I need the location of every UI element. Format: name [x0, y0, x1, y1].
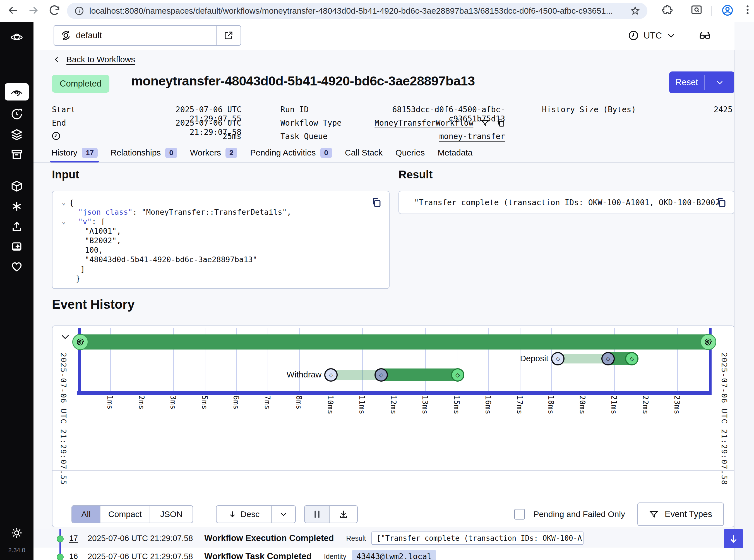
activity-completed-marker[interactable]: ◇	[451, 368, 464, 382]
address-bar[interactable]: localhost:8080/namespaces/default/workfl…	[67, 3, 647, 19]
app-topbar: default UTC	[34, 22, 734, 50]
sort-desc-button[interactable]: Desc	[217, 506, 271, 523]
json-key: "json_class"	[78, 208, 133, 216]
tab-queries[interactable]: Queries	[395, 145, 425, 161]
task-queue-value[interactable]: money-transfer	[338, 132, 505, 141]
activity-started-marker[interactable]: ◇	[374, 368, 388, 382]
event-row[interactable]: 162025-07-06 UTC 21:29:07.58Workflow Tas…	[34, 547, 734, 560]
extensions-icon[interactable]	[662, 4, 674, 16]
browser-back-icon[interactable]	[7, 4, 20, 17]
pending-failed-label: Pending and Failed Only	[533, 509, 625, 519]
scroll-to-bottom-button[interactable]	[724, 529, 743, 548]
tab-workers[interactable]: Workers2	[190, 145, 238, 161]
tab-label: Workers	[190, 148, 221, 157]
activity-scheduled-marker[interactable]: ◇	[551, 352, 565, 365]
result-copy-icon[interactable]	[716, 197, 727, 208]
input-copy-icon[interactable]	[371, 197, 382, 208]
result-heading: Result	[399, 168, 432, 181]
event-types-button[interactable]: Event Types	[637, 502, 724, 526]
back-to-workflows-link[interactable]: Back to Workflows	[53, 55, 135, 64]
event-id-link[interactable]: 16	[69, 552, 88, 560]
end-label: End	[52, 118, 66, 127]
pause-icon	[313, 510, 321, 518]
nav-workflows-active[interactable]	[5, 83, 29, 100]
download-icon	[339, 509, 348, 519]
side-panel-search-icon[interactable]	[690, 4, 702, 16]
activity-running-bar	[381, 368, 457, 381]
event-detail-value: 43443@twm2.local	[352, 550, 436, 560]
input-heading: Input	[52, 168, 79, 181]
workflow-type-filter-icon[interactable]	[481, 119, 489, 127]
pause-button[interactable]	[305, 506, 329, 523]
tabs-divider	[34, 162, 734, 163]
nav-docs-icon[interactable]	[10, 240, 23, 253]
json-rest: "A1001",	[85, 227, 121, 235]
scrollbar-gutter[interactable]	[734, 50, 754, 560]
nav-batch-operations-icon[interactable]	[10, 148, 23, 161]
event-row[interactable]: 172025-07-06 UTC 21:29:07.58Workflow Exe…	[34, 529, 734, 547]
browser-forward-icon[interactable]	[27, 4, 40, 17]
workflow-end-marker[interactable]	[700, 334, 716, 350]
activity-completed-marker[interactable]: ◇	[625, 352, 638, 365]
site-info-icon[interactable]	[74, 6, 84, 16]
profile-icon[interactable]	[721, 4, 734, 17]
view-option-json[interactable]: JSON	[149, 506, 192, 523]
nav-import-export-icon[interactable]	[10, 220, 23, 233]
json-collapse-chevron[interactable]: ⌄	[58, 198, 69, 207]
tab-history[interactable]: History17	[52, 145, 98, 161]
x-tick-label: 18ms	[547, 395, 555, 415]
tab-label: History	[52, 148, 77, 157]
tab-metadata[interactable]: Metadata	[437, 145, 472, 161]
timezone-select[interactable]: UTC	[628, 26, 676, 45]
json-line-text: "B2002",	[69, 236, 121, 245]
event-types-label: Event Types	[665, 509, 712, 519]
tabs: History17Relationships0Workers2Pending A…	[52, 145, 472, 161]
view-option-all[interactable]: All	[72, 506, 100, 523]
namespace-select[interactable]: default	[54, 25, 241, 46]
reset-dropdown-chevron[interactable]	[705, 72, 734, 93]
tab-pending-activities[interactable]: Pending Activities0	[250, 145, 332, 161]
timeline-controls-right: Pending and Failed Only Event Types	[514, 502, 724, 526]
json-line-text: 100,	[69, 245, 103, 255]
workflow-type-value[interactable]: MoneyTransferWorkflow	[374, 118, 473, 127]
nav-schedules-icon[interactable]	[10, 108, 23, 121]
activity-started-marker[interactable]: ◇	[602, 352, 615, 365]
download-button[interactable]	[329, 506, 357, 523]
workflow-type-copy-icon[interactable]	[497, 119, 505, 127]
browser-reload-icon[interactable]	[48, 4, 61, 17]
workflow-start-marker[interactable]	[72, 334, 88, 350]
app-sidebar: 2.34.0	[0, 22, 34, 560]
nav-labs-icon[interactable]	[10, 200, 23, 213]
nav-archive-icon[interactable]	[10, 180, 23, 193]
browser-menu-kebab-icon[interactable]	[742, 4, 753, 16]
workflow-execution-bar[interactable]	[80, 335, 708, 349]
nav-feedback-heart-icon[interactable]	[10, 260, 23, 273]
event-id-link[interactable]: 17	[69, 534, 88, 543]
json-line: "48043d0d-5b41-4920-bd6c-3ae28897ba13"	[58, 255, 383, 264]
json-collapse-chevron[interactable]: ⌄	[58, 217, 69, 226]
activity-scheduled-marker[interactable]: ◇	[324, 368, 338, 382]
reset-button-label[interactable]: Reset	[669, 72, 704, 93]
json-line: ⌄{	[58, 198, 383, 207]
view-option-compact[interactable]: Compact	[100, 506, 149, 523]
tab-call-stack[interactable]: Call Stack	[345, 145, 383, 161]
main-content: Back to Workflows Completed moneytransfe…	[34, 50, 734, 560]
back-link-label: Back to Workflows	[66, 55, 135, 64]
namespace-external-link-icon[interactable]	[217, 26, 241, 45]
json-rest: : "MoneyTransfer::TransferDetails",	[133, 208, 291, 216]
nav-deployments-icon[interactable]	[10, 128, 23, 141]
tab-relationships[interactable]: Relationships0	[110, 145, 177, 161]
pending-failed-checkbox[interactable]	[514, 509, 525, 520]
json-rest: }	[76, 274, 80, 283]
url-text[interactable]: localhost:8080/namespaces/default/workfl…	[89, 6, 630, 16]
page: localhost:8080/namespaces/default/workfl…	[0, 0, 754, 560]
tab-count-badge: 2	[225, 148, 237, 158]
sort-chevron-button[interactable]	[271, 506, 295, 523]
namespace-icon	[60, 30, 72, 41]
labs-glasses-icon[interactable]	[698, 29, 712, 41]
reset-button[interactable]: Reset	[669, 72, 734, 93]
theme-toggle-sun-icon[interactable]	[10, 526, 23, 539]
bookmark-star-icon[interactable]	[630, 6, 640, 16]
x-tick-label: 17ms	[515, 395, 524, 415]
temporal-logo-icon[interactable]	[10, 31, 23, 44]
